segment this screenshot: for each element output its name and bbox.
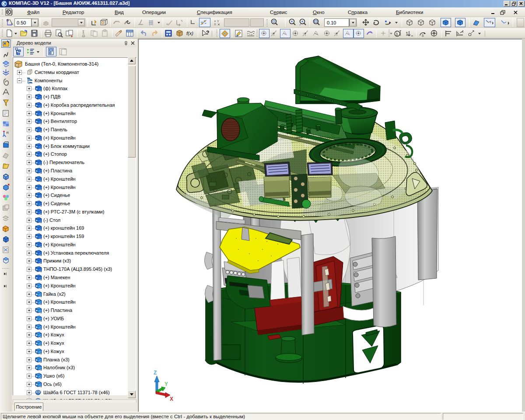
svg-text:R: R (7, 131, 9, 135)
svg-text:1: 1 (396, 32, 398, 36)
svg-text:5: 5 (422, 34, 424, 38)
svg-text:?: ? (206, 30, 209, 36)
svg-text:X: X (170, 396, 173, 402)
svg-text:f(x): f(x) (186, 31, 193, 36)
svg-text:1: 1 (406, 31, 408, 36)
svg-text:Y: Y (217, 20, 219, 23)
svg-text:Y: Y (164, 381, 168, 387)
svg-text:Z: Z (154, 370, 157, 376)
svg-text:X: X (214, 23, 216, 26)
